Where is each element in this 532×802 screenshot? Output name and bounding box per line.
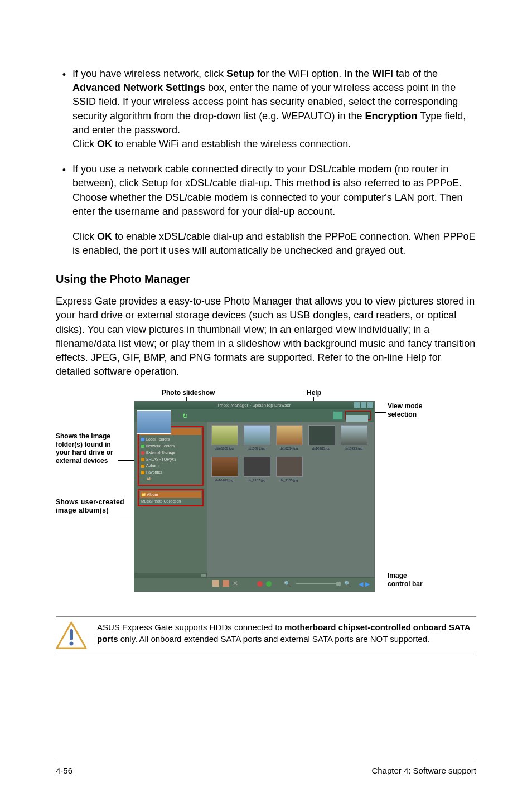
record-icon[interactable] [257, 581, 263, 587]
t: If you use a network cable connected dir… [72, 163, 462, 217]
t: View mode [388, 402, 422, 410]
enc-bold: Encryption [365, 110, 418, 122]
t: If you have wireless network, click [72, 68, 226, 79]
sidebar-item[interactable]: Auburn [140, 462, 201, 469]
sidebar-item[interactable]: External Storage [140, 450, 201, 456]
thumbnail[interactable]: ds10279.jpg [341, 425, 366, 451]
t: only. All onboard extended SATA ports an… [118, 634, 430, 644]
t: to enable WiFi and establish the wireles… [112, 138, 351, 149]
sidebar: Image Folders Local Folders Network Fold… [134, 422, 207, 578]
thumb-caption: citin6109.jpg [211, 446, 237, 451]
photo-manager-figure: Photo slideshow Help View mode selection… [56, 389, 480, 601]
leader [375, 412, 386, 413]
t: Music/Photo Collection [141, 499, 181, 503]
svg-point-2 [70, 642, 74, 646]
thumb-caption: ds10279.jpg [341, 446, 366, 451]
t: tab of the [393, 68, 438, 79]
sidebar-item[interactable]: Network Folders [140, 443, 201, 450]
thumbnail[interactable]: ds_2107.jpg [244, 457, 269, 482]
window-title: Photo Manager - SplashTop Browser [218, 403, 291, 408]
label-controlbar: Image control bar [388, 572, 423, 588]
thumb-row: citin6109.jpg ds10071.jpg ds10284.jpg ds… [211, 425, 372, 451]
page-footer: 4-56 Chapter 4: Software support [56, 761, 476, 776]
setup-bold: Setup [226, 68, 254, 79]
zoom-in-icon[interactable]: 🔍 [344, 580, 351, 588]
t: Local Folders [146, 437, 170, 441]
page-nav[interactable]: ◀ ▶ [359, 580, 371, 587]
thumb-caption: ds10206.jpg [211, 478, 237, 482]
thumb-caption: ds10284.jpg [276, 446, 302, 451]
t: Click [72, 138, 97, 149]
bullet-wifi: • If you have wireless network, click Se… [56, 67, 476, 151]
window-controls[interactable] [354, 402, 373, 408]
leader [118, 460, 135, 461]
thumbnail[interactable]: ds10284.jpg [276, 425, 302, 451]
svg-rect-1 [70, 629, 73, 640]
ok-bold: OK [97, 138, 112, 149]
caution-text: ASUS Express Gate supports HDDs connecte… [97, 621, 476, 645]
prev-icon[interactable]: ◀ [359, 580, 364, 587]
label-slideshow: Photo slideshow [162, 389, 215, 397]
caution-note: ASUS Express Gate supports HDDs connecte… [56, 616, 476, 654]
section-body: Express Gate provides a easy-to-use Phot… [56, 294, 476, 379]
thumbnail[interactable]: ds10071.jpg [244, 425, 269, 451]
t: selection [388, 410, 417, 418]
label-help: Help [307, 389, 321, 397]
bullet-wifi-text: If you have wireless network, click Setu… [72, 67, 476, 151]
sidebar-item[interactable]: SPLASHTOP(A:) [140, 456, 201, 463]
albums-group[interactable]: 📁 Album Music/Photo Collection [138, 489, 204, 507]
view-mode-selection[interactable] [345, 411, 371, 420]
label-viewmode: View mode selection [388, 402, 422, 418]
t: All [147, 477, 151, 481]
sidebar-item[interactable]: Favorites [140, 469, 201, 476]
t: to enable xDSL/cable dial-up and establi… [72, 231, 475, 256]
thumbnail-pane[interactable]: citin6109.jpg ds10071.jpg ds10284.jpg ds… [207, 422, 374, 578]
t: for the WiFi option. In the [254, 68, 372, 79]
image-folders-group[interactable]: Image Folders Local Folders Network Fold… [138, 426, 204, 485]
collection-item[interactable]: Music/Photo Collection [140, 498, 201, 505]
t: Auburn [146, 463, 159, 467]
rotate-left-icon[interactable] [212, 580, 219, 587]
home-thumbnail[interactable] [137, 410, 171, 434]
leader [375, 583, 386, 583]
t: Network Folders [146, 444, 175, 448]
zoom-slider[interactable] [296, 583, 341, 584]
thumbnail[interactable]: ds10285.jpg [308, 425, 334, 451]
t: Image [388, 572, 407, 579]
bullet-dsl-sub: Click OK to enable xDSL/cable dial-up an… [72, 230, 476, 258]
thumb-caption: ds_2107.jpg [244, 478, 269, 482]
play-controls[interactable] [257, 580, 272, 588]
album-item[interactable]: 📁 Album [140, 491, 201, 498]
thumb-caption: ds_2108.jpg [276, 478, 302, 482]
sidebar-item[interactable]: All [140, 476, 201, 482]
window-titlebar[interactable]: Photo Manager - SplashTop Browser [134, 402, 374, 409]
t: control bar [388, 580, 423, 588]
sidebar-item[interactable]: Local Folders [140, 436, 201, 443]
label-albums: Shows user-created image album(s) [56, 498, 128, 514]
t: Favorites [146, 470, 162, 474]
bullet-dot: • [56, 67, 72, 151]
t: External Storage [146, 451, 175, 455]
delete-icon[interactable]: ✕ [233, 580, 239, 587]
photo-manager-window: Photo Manager - SplashTop Browser ↻ Imag… [134, 401, 375, 592]
zoom-out-icon[interactable]: 🔍 [284, 580, 291, 588]
t: Album [147, 492, 158, 496]
next-icon[interactable]: ▶ [365, 580, 371, 587]
toolbar: ↻ [134, 409, 374, 422]
thumbnail[interactable]: ds10206.jpg [211, 457, 237, 482]
thumb-caption: ds10285.jpg [308, 446, 334, 451]
thumbnail[interactable]: ds_2108.jpg [276, 457, 302, 482]
section-heading: Using the Photo Manager [56, 271, 476, 287]
thumb-caption: ds10071.jpg [244, 446, 269, 451]
rotate-controls[interactable]: ✕ [212, 580, 239, 588]
help-button[interactable] [333, 411, 343, 420]
adv-bold: Advanced Network Settings [72, 82, 205, 93]
caution-icon [56, 621, 87, 649]
t: Click [72, 231, 97, 242]
thumbnail[interactable]: citin6109.jpg [211, 425, 237, 451]
leader [120, 514, 135, 514]
rotate-right-icon[interactable] [223, 580, 229, 587]
play-icon[interactable] [266, 581, 272, 587]
bullet-dsl: • If you use a network cable connected d… [56, 162, 476, 219]
refresh-icon[interactable]: ↻ [182, 413, 189, 419]
